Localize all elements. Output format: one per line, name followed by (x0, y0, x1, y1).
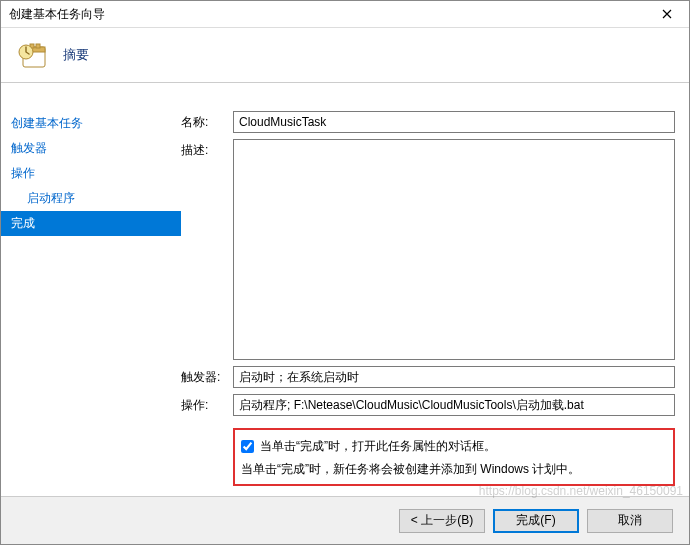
wizard-body: 创建基本任务 触发器 操作 启动程序 完成 名称: 描述: 触发器: 操作: (1, 83, 689, 496)
open-properties-row: 当单击“完成”时，打开此任务属性的对话框。 (241, 438, 669, 455)
trigger-value (233, 366, 675, 388)
open-properties-label: 当单击“完成”时，打开此任务属性的对话框。 (260, 438, 496, 455)
wizard-nav: 创建基本任务 触发器 操作 启动程序 完成 (1, 83, 181, 496)
description-input[interactable] (233, 139, 675, 360)
highlight-box: 当单击“完成”时，打开此任务属性的对话框。 当单击“完成”时，新任务将会被创建并… (233, 428, 675, 486)
wizard-window: 创建基本任务向导 摘要 创建基本任务 触发器 操作 启动程序 完成 名称: (0, 0, 690, 545)
name-label: 名称: (181, 111, 233, 131)
page-title: 摘要 (63, 46, 89, 64)
nav-trigger[interactable]: 触发器 (1, 136, 181, 161)
svg-rect-3 (36, 44, 40, 48)
trigger-label: 触发器: (181, 366, 233, 386)
action-label: 操作: (181, 394, 233, 414)
titlebar: 创建基本任务向导 (1, 1, 689, 28)
nav-create-basic-task[interactable]: 创建基本任务 (1, 111, 181, 136)
action-value (233, 394, 675, 416)
action-row: 操作: (181, 394, 675, 416)
description-row: 描述: (181, 139, 675, 360)
wizard-content: 名称: 描述: 触发器: 操作: 当单击“完成”时，打开此任务属性的对话框。 (181, 83, 689, 496)
description-label: 描述: (181, 139, 233, 159)
nav-finish[interactable]: 完成 (1, 211, 181, 236)
close-icon (662, 9, 672, 19)
name-input[interactable] (233, 111, 675, 133)
close-button[interactable] (644, 1, 689, 28)
window-title: 创建基本任务向导 (1, 6, 644, 23)
back-button[interactable]: < 上一步(B) (399, 509, 485, 533)
finish-button[interactable]: 完成(F) (493, 509, 579, 533)
finish-info-text: 当单击“完成”时，新任务将会被创建并添加到 Windows 计划中。 (241, 461, 669, 478)
nav-start-program[interactable]: 启动程序 (1, 186, 181, 211)
name-row: 名称: (181, 111, 675, 133)
open-properties-checkbox[interactable] (241, 440, 254, 453)
wizard-footer: < 上一步(B) 完成(F) 取消 (1, 496, 689, 544)
nav-action[interactable]: 操作 (1, 161, 181, 186)
cancel-button[interactable]: 取消 (587, 509, 673, 533)
wizard-header: 摘要 (1, 28, 689, 83)
summary-icon (17, 39, 49, 71)
trigger-row: 触发器: (181, 366, 675, 388)
